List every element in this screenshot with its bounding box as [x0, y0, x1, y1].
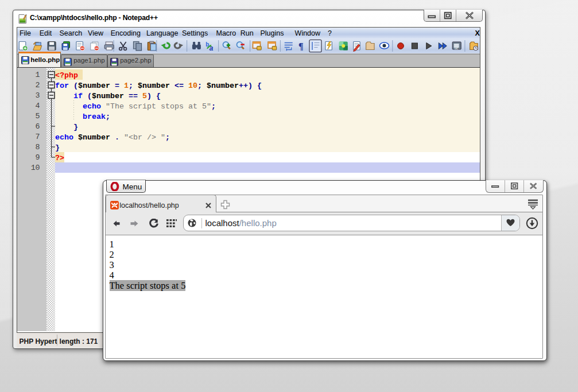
svg-text:¶: ¶ [298, 41, 304, 51]
svg-text:uc: uc [454, 46, 457, 49]
